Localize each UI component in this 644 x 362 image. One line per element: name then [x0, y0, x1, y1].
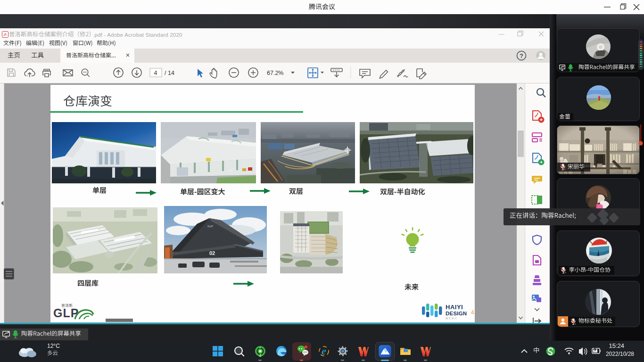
- svg-text:/ 14: / 14: [165, 70, 174, 76]
- svg-text:4: 4: [154, 70, 157, 76]
- svg-text:DESIGN: DESIGN: [446, 311, 467, 316]
- svg-text:e: e: [322, 346, 326, 357]
- svg-text:GLP: GLP: [207, 225, 213, 228]
- svg-text:HAIYI: HAIYI: [446, 304, 463, 311]
- svg-text:?: ?: [520, 53, 523, 59]
- svg-text:67.2%: 67.2%: [267, 70, 283, 76]
- svg-text:海 艺 设 计: 海 艺 设 计: [446, 317, 457, 320]
- svg-text:02: 02: [209, 250, 215, 256]
